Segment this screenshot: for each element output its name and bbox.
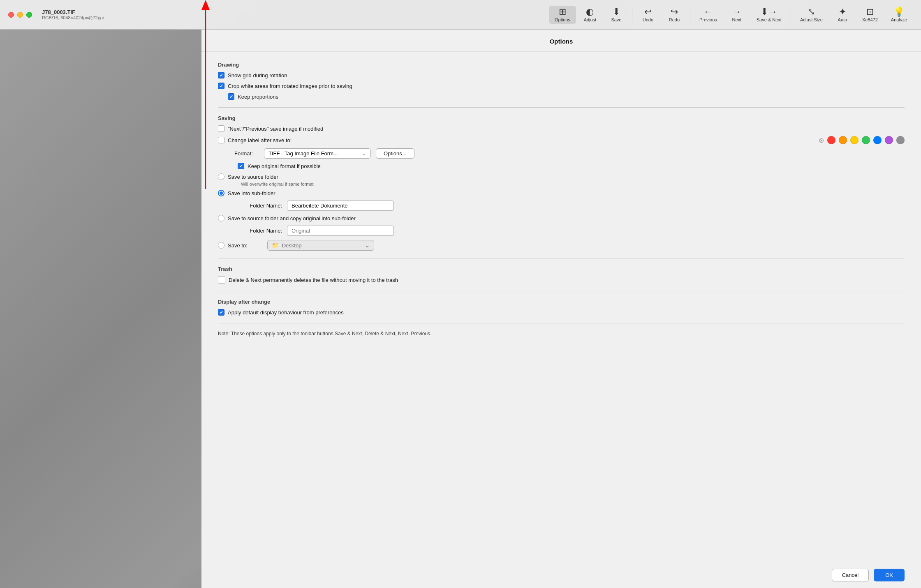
- copy-folder-label: Folder Name:: [241, 228, 282, 234]
- next-icon: →: [732, 7, 741, 16]
- next-prev-save-checkbox[interactable]: [218, 125, 224, 132]
- toolbar-xe8472-button[interactable]: ⊡ Xe8472: [856, 6, 884, 24]
- color-dot-purple[interactable]: [885, 136, 893, 144]
- format-row: Format: TIFF - Tag Image File Form... ⌄ …: [218, 148, 905, 159]
- toolbar-options-button[interactable]: ⊞ Options: [549, 6, 576, 24]
- color-dot-red[interactable]: [827, 136, 835, 144]
- save-to-dropdown[interactable]: 📁 Desktop ⌄: [267, 240, 374, 251]
- save-source-row: Save to source folder: [218, 173, 905, 180]
- auto-icon: ✦: [839, 7, 846, 16]
- cancel-button[interactable]: Cancel: [832, 569, 869, 581]
- change-label-checkbox[interactable]: [218, 137, 224, 143]
- folder-name-label: Folder Name:: [241, 203, 282, 209]
- toolbar-undo-button[interactable]: ↩ Undo: [636, 6, 660, 24]
- show-grid-checkbox[interactable]: [218, 72, 224, 78]
- auto-label: Auto: [838, 17, 847, 22]
- color-dot-yellow[interactable]: [850, 136, 859, 144]
- keep-proportions-checkbox[interactable]: [228, 93, 234, 100]
- format-select[interactable]: TIFF - Tag Image File Form... ⌄: [264, 148, 371, 159]
- redo-label: Redo: [669, 17, 680, 22]
- adjust-size-label: Adjust Size: [800, 17, 823, 22]
- save-to-row: Save to: 📁 Desktop ⌄: [218, 240, 905, 251]
- copy-folder-name-row: Folder Name:: [218, 226, 905, 236]
- format-select-text: TIFF - Tag Image File Form...: [268, 150, 359, 157]
- folder-icon: 📁: [272, 242, 279, 249]
- save-subfolder-radio[interactable]: [218, 190, 224, 196]
- window-minimize-button[interactable]: [17, 12, 23, 18]
- toolbar-adjust-button[interactable]: ◐ Adjust: [578, 6, 602, 24]
- next-prev-save-row: "Next"/"Previous" save image if modified: [218, 125, 905, 132]
- window-filename: J78_0003.TIF: [42, 9, 104, 15]
- toolbar: J78_0003.TIF RGB/16, 6048×4024px@72ppi ⊞…: [0, 0, 921, 30]
- delete-next-checkbox[interactable]: [218, 276, 225, 284]
- divider-4: [218, 323, 905, 323]
- folder-name-input[interactable]: [287, 201, 394, 211]
- divider-3: [218, 291, 905, 291]
- keep-original-row: Keep original format if possible: [218, 163, 905, 169]
- adjust-icon: ◐: [586, 7, 594, 16]
- color-dot-orange[interactable]: [839, 136, 847, 144]
- save-source-radio[interactable]: [218, 173, 224, 180]
- crop-white-text: Crop white areas from rotated images pri…: [228, 83, 352, 89]
- toolbar-save-button[interactable]: ⬇ Save: [604, 6, 629, 24]
- save-to-text: Save to:: [228, 242, 248, 249]
- section-trash-label: Trash: [218, 266, 905, 272]
- show-grid-row: Show grid during rotation: [218, 72, 905, 78]
- toolbar-redo-button[interactable]: ↪ Redo: [662, 6, 687, 24]
- analyze-icon: 💡: [893, 7, 905, 16]
- save-subfolder-row: Save into sub-folder: [218, 190, 905, 196]
- save-icon: ⬇: [613, 7, 620, 16]
- window-title-group: J78_0003.TIF RGB/16, 6048×4024px@72ppi: [42, 9, 104, 20]
- show-grid-text: Show grid during rotation: [228, 72, 287, 78]
- apply-default-checkbox[interactable]: [218, 309, 224, 316]
- undo-icon: ↩: [644, 7, 652, 16]
- folder-name-row: Folder Name:: [218, 201, 905, 211]
- keep-proportions-text: Keep proportions: [238, 94, 278, 100]
- color-dot-gray[interactable]: [896, 136, 905, 144]
- toolbar-divider-2: [690, 7, 690, 22]
- change-label-row: Change label after save to: ⊗: [218, 136, 905, 144]
- change-label-text: Change label after save to:: [228, 137, 292, 143]
- ok-button[interactable]: OK: [874, 569, 905, 581]
- color-dot-blue[interactable]: [873, 136, 882, 144]
- toolbar-auto-button[interactable]: ✦ Auto: [830, 6, 855, 24]
- crop-white-row: Crop white areas from rotated images pri…: [218, 83, 905, 89]
- toolbar-divider-3: [791, 7, 791, 22]
- options-label: Options: [555, 17, 570, 22]
- analyze-label: Analyze: [891, 17, 907, 22]
- dropdown-arrow-icon: ⌄: [365, 242, 370, 249]
- format-options-button[interactable]: Options...: [376, 148, 414, 159]
- format-label: Format:: [234, 150, 259, 157]
- crop-white-checkbox[interactable]: [218, 83, 224, 89]
- keep-original-text: Keep original format if possible: [248, 163, 321, 169]
- window-maximize-button[interactable]: [26, 12, 32, 18]
- color-dots: ⊗: [819, 136, 905, 144]
- save-to-radio[interactable]: [218, 242, 224, 249]
- toolbar-save-next-button[interactable]: ⬇→ Save & Next: [751, 6, 787, 24]
- toolbar-divider-1: [632, 7, 632, 22]
- format-select-arrow-icon: ⌄: [362, 151, 366, 157]
- toolbar-adjust-size-button[interactable]: ⤡ Adjust Size: [794, 6, 828, 24]
- delete-next-row: Delete & Next permanently deletes the fi…: [218, 276, 905, 284]
- keep-original-checkbox[interactable]: [238, 163, 244, 169]
- xe8472-icon: ⊡: [866, 7, 874, 16]
- copy-folder-input[interactable]: [287, 226, 394, 236]
- adjust-label: Adjust: [584, 17, 597, 22]
- xe8472-label: Xe8472: [862, 17, 878, 22]
- color-dot-green[interactable]: [862, 136, 870, 144]
- save-copy-radio[interactable]: [218, 215, 224, 221]
- delete-next-text: Delete & Next permanently deletes the fi…: [229, 277, 398, 283]
- section-saving-label: Saving: [218, 115, 905, 121]
- remove-label-icon[interactable]: ⊗: [819, 136, 824, 144]
- save-source-text: Save to source folder: [228, 174, 278, 180]
- window-close-button[interactable]: [8, 12, 14, 18]
- toolbar-previous-button[interactable]: ← Previous: [694, 6, 723, 24]
- redo-icon: ↪: [671, 7, 678, 16]
- keep-proportions-row: Keep proportions: [218, 93, 905, 100]
- section-display-label: Display after change: [218, 299, 905, 305]
- divider-2: [218, 258, 905, 258]
- toolbar-analyze-button[interactable]: 💡 Analyze: [885, 6, 913, 24]
- toolbar-next-button[interactable]: → Next: [724, 6, 749, 24]
- divider-1: [218, 107, 905, 108]
- apply-default-row: Apply default display behaviour from pre…: [218, 309, 905, 316]
